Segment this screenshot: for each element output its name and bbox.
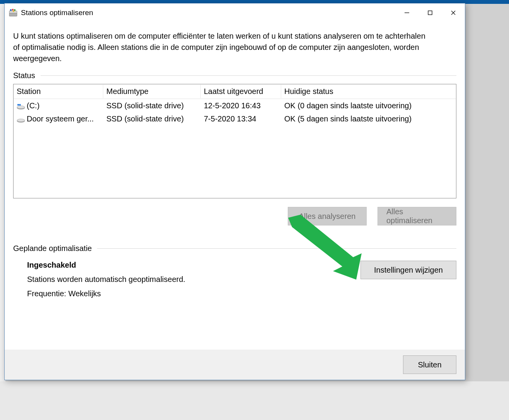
window-body: U kunt stations optimaliseren om de comp… [5,22,465,350]
schedule-enabled-label: Ingeschakeld [27,261,185,270]
window-controls [395,3,465,22]
drive-status: OK (5 dagen sinds laatste uitvoering) [281,114,456,124]
svg-rect-0 [9,13,17,16]
schedule-frequency-text: Frequentie: Wekelijks [27,289,185,298]
table-row[interactable]: Door systeem ger... SSD (solid-state dri… [14,112,456,125]
schedule-label: Geplande optimalisatie [13,244,92,253]
schedule-section-header: Geplande optimalisatie [13,244,456,253]
minimize-button[interactable] [395,3,418,22]
drive-media: SSD (solid-state drive) [103,114,201,124]
drive-status: OK (0 dagen sinds laatste uitvoering) [281,101,456,111]
analyze-all-button[interactable]: Alles analyseren [288,207,367,225]
svg-point-15 [17,119,25,122]
drive-name: (C:) [27,101,39,110]
divider [41,75,456,76]
table-action-buttons: Alles analyseren Alles optimaliseren [13,207,456,225]
close-button[interactable]: Sluiten [403,355,456,374]
app-icon [9,8,18,17]
schedule-block: Ingeschakeld Stations worden automatisch… [13,261,456,304]
svg-rect-5 [13,10,14,12]
window-title: Stations optimaliseren [21,9,395,17]
dialog-footer: Sluiten [5,350,465,380]
close-window-button[interactable] [442,3,465,22]
col-header-station[interactable]: Station [14,85,103,98]
schedule-text: Ingeschakeld Stations worden automatisch… [13,261,185,304]
svg-point-11 [17,106,25,109]
maximize-button[interactable] [418,3,442,22]
drive-last-run: 12-5-2020 16:43 [201,101,281,111]
background-stripe-bottom [0,381,509,420]
svg-rect-12 [17,104,19,106]
divider [97,248,456,249]
svg-rect-3 [12,9,14,10]
drive-icon [17,116,25,122]
table-header-row: Station Mediumtype Laatst uitgevoerd Hui… [14,84,456,99]
svg-rect-13 [19,104,21,106]
optimize-all-button[interactable]: Alles optimaliseren [377,207,456,225]
col-header-mediatype[interactable]: Mediumtype [103,85,201,98]
drive-last-run: 7-5-2020 13:34 [201,114,281,124]
drives-table[interactable]: Station Mediumtype Laatst uitgevoerd Hui… [13,84,456,198]
status-section-header: Status [13,71,456,80]
svg-rect-2 [10,9,12,11]
table-row[interactable]: (C:) SSD (solid-state drive) 12-5-2020 1… [14,99,456,112]
drive-name: Door systeem ger... [27,114,94,123]
status-label: Status [13,71,35,80]
col-header-status[interactable]: Huidige status [281,85,456,98]
svg-rect-7 [428,11,432,15]
col-header-lastrun[interactable]: Laatst uitgevoerd [201,85,281,98]
drive-icon [17,102,25,109]
intro-text: U kunt stations optimaliseren om de comp… [13,31,431,64]
optimize-drives-window: Stations optimaliseren U kunt stations o… [4,3,465,380]
drive-media: SSD (solid-state drive) [103,101,201,111]
titlebar: Stations optimaliseren [5,3,465,22]
change-settings-button[interactable]: Instellingen wijzigen [360,261,456,279]
schedule-auto-text: Stations worden automatisch geoptimalise… [27,275,185,284]
